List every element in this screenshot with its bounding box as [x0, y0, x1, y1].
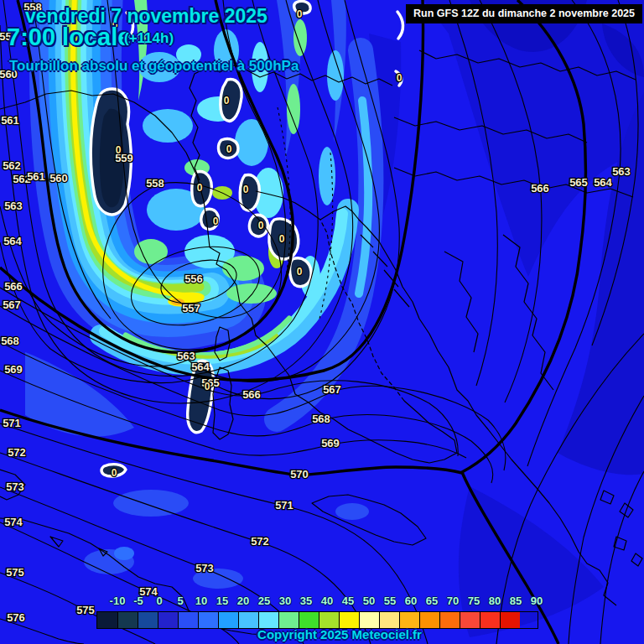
colorbar-cell [278, 612, 299, 628]
colorbar-tick: 90 [531, 595, 543, 607]
geopotential-contour-label: 568 [312, 413, 330, 425]
colorbar-cell [138, 612, 158, 628]
colorbar-cell [359, 612, 379, 628]
copyright-label: Copyright 2025 Meteociel.fr [257, 627, 422, 641]
zero-vorticity-label: 0 [112, 467, 117, 479]
geopotential-contour-label: 560 [0, 68, 18, 80]
colorbar-tick: 30 [279, 595, 291, 607]
colorbar-cell [319, 612, 339, 628]
zero-vorticity-label: 0 [397, 72, 402, 84]
geopotential-contour-label: 558 [146, 177, 164, 190]
colorbar-tick: -10 [110, 595, 126, 607]
colorbar-tick: 50 [363, 595, 375, 607]
zero-vorticity-label: 0 [205, 381, 210, 392]
colorbar-ticks: -10-505101520253035404550556065707580859… [96, 595, 549, 610]
weather-map-screen: 5575605585615625625615605595585635645665… [0, 0, 644, 644]
colorbar-cell [258, 612, 278, 628]
colorbar-tick: 20 [237, 595, 249, 607]
geopotential-contour-label: 566 [531, 182, 549, 195]
geopotential-contour-label: 565 [569, 176, 588, 189]
colorbar-tick: 80 [489, 595, 501, 607]
geopotential-contour-label: 571 [275, 499, 293, 512]
map-canvas[interactable]: 5575605585615625625615605595585635645665… [0, 0, 644, 644]
colorbar-tick: 60 [405, 595, 417, 607]
zero-vorticity-label: 0 [224, 95, 230, 106]
colorbar-cell [299, 612, 319, 628]
geopotential-contour-label: 560 [49, 172, 68, 184]
colorbar-tick: 45 [342, 595, 354, 607]
geopotential-contour-label: 575 [76, 604, 95, 616]
geopotential-contour-label: 561 [27, 170, 45, 183]
colorbar-cell [178, 612, 198, 628]
colorbar-tick: 85 [510, 595, 522, 607]
geopotential-contour-label: 564 [3, 235, 22, 247]
zero-vorticity-label: 0 [243, 184, 249, 195]
geopotential-contour-label: 571 [3, 417, 21, 429]
colorbar-cell [339, 612, 359, 628]
colorbar-cell [117, 612, 138, 628]
colorbar-tick: 55 [384, 595, 396, 607]
geopotential-contour-label: 566 [242, 388, 261, 401]
colorbar-tick: 5 [177, 595, 183, 607]
colorbar-cell [238, 612, 258, 628]
geopotential-contour-label: 564 [191, 361, 210, 373]
geopotential-contour-label: 557 [182, 302, 200, 314]
colorbar-cell [198, 612, 218, 628]
colorbar-cell [158, 612, 178, 628]
colorbar-cell [379, 612, 399, 628]
geopotential-contour-label: 561 [1, 114, 19, 127]
geopotential-contour-label: 573 [6, 480, 24, 493]
geopotential-contour-label: 564 [594, 176, 612, 189]
colorbar-tick: -5 [133, 595, 143, 607]
geopotential-contour-label: 566 [4, 280, 23, 293]
colorbar [96, 611, 538, 629]
colorbar-cell [500, 612, 520, 628]
colorbar-cell [97, 612, 117, 628]
geopotential-contour-label: 556 [184, 273, 203, 285]
run-info-badge: Run GFS 12Z du dimanche 2 novembre 2025 [406, 4, 642, 23]
geopotential-contour-label: 563 [4, 200, 23, 212]
colorbar-tick: 0 [156, 595, 162, 607]
zero-vorticity-label: 0 [297, 266, 303, 278]
colorbar-cell [399, 612, 419, 628]
geopotential-contour-label: 562 [3, 159, 21, 172]
colorbar-tick: 25 [258, 595, 270, 607]
colorbar-cell [419, 612, 439, 628]
zero-vorticity-label: 0 [279, 233, 285, 245]
geopotential-contour-label: 567 [3, 299, 21, 311]
geopotential-contour-label: 575 [6, 566, 24, 579]
colorbar-tick: 15 [216, 595, 228, 607]
zero-vorticity-label: 0 [112, 19, 118, 31]
geopotential-contour-label: 568 [1, 335, 19, 347]
geopotential-contour-label: 558 [23, 1, 42, 13]
colorbar-cell [460, 612, 480, 628]
colorbar-cell [218, 612, 238, 628]
geopotential-contour-label: 576 [7, 611, 25, 624]
geopotential-contour-label: 572 [251, 535, 269, 548]
zero-vorticity-label: 0 [226, 143, 232, 155]
geopotential-contour-label: 569 [321, 437, 340, 449]
colorbar-tick: 10 [195, 595, 207, 607]
geopotential-contour-label: 572 [8, 446, 26, 459]
colorbar-cell [439, 612, 460, 628]
colorbar-tick: 75 [468, 595, 480, 607]
colorbar-tick: 40 [321, 595, 333, 607]
zero-vorticity-label: 0 [213, 216, 219, 227]
zero-vorticity-label: 0 [116, 144, 122, 156]
zero-vorticity-label: 0 [258, 220, 264, 231]
colorbar-tick: 65 [426, 595, 438, 607]
zero-vorticity-label: 0 [197, 182, 203, 194]
colorbar-tick: 35 [300, 595, 312, 607]
geopotential-contour-label: 567 [323, 383, 341, 396]
zero-vorticity-label: 0 [297, 8, 303, 20]
geopotential-contour-label: 557 [0, 30, 18, 43]
geopotential-contour-label: 569 [4, 363, 23, 376]
geopotential-contour-label: 570 [290, 468, 309, 480]
colorbar-cell [480, 612, 500, 628]
geopotential-contour-label: 574 [4, 516, 23, 528]
geopotential-contour-label: 563 [612, 165, 631, 178]
geopotential-contour-label: 573 [195, 562, 214, 574]
colorbar-tick: 70 [447, 595, 459, 607]
